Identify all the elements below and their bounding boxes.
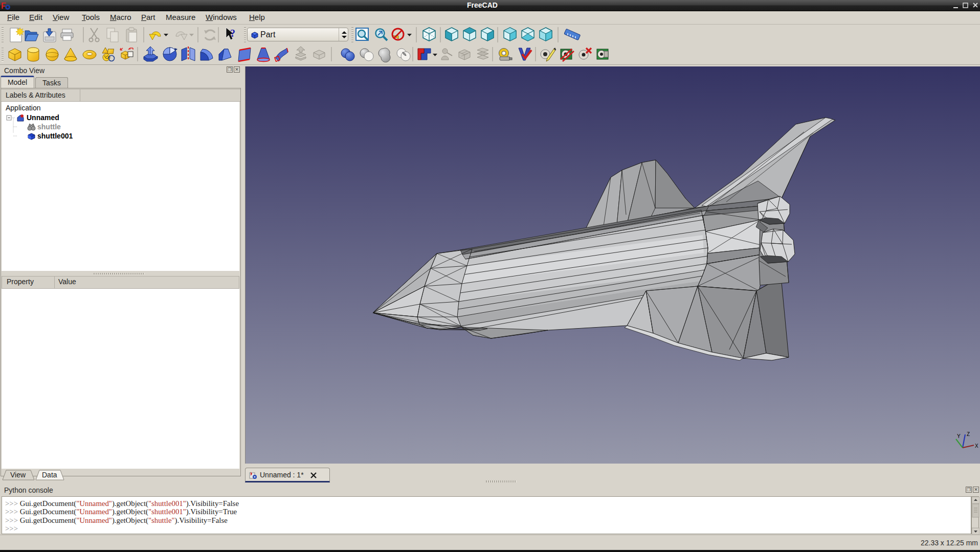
svg-text:Data: Data bbox=[42, 471, 57, 479]
svg-text:Z: Z bbox=[967, 431, 970, 437]
svg-text:F: F bbox=[1, 2, 6, 10]
svg-text:X: X bbox=[975, 443, 978, 449]
svg-text:View: View bbox=[10, 471, 26, 479]
svg-text:Y: Y bbox=[957, 433, 961, 439]
